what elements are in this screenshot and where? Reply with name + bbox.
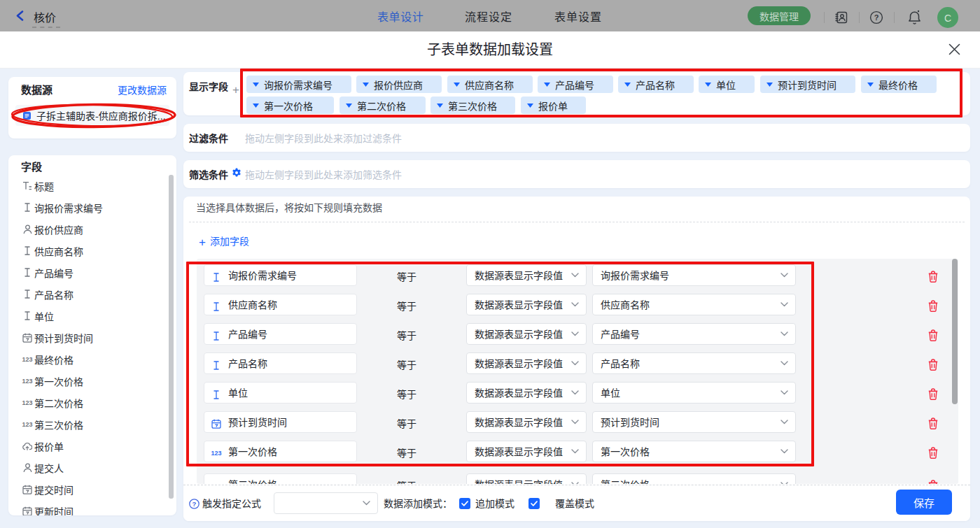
svg-text:?: ? bbox=[192, 500, 197, 508]
svg-text:?: ? bbox=[874, 13, 879, 22]
